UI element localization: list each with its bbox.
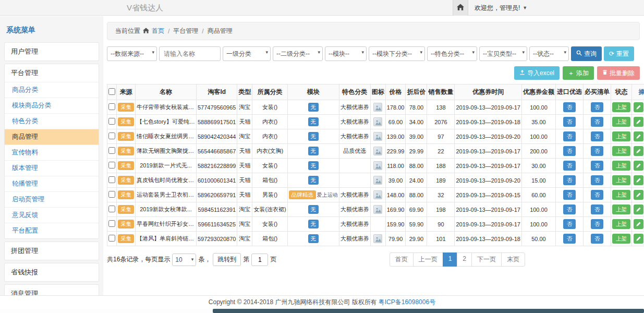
import-select-toggle[interactable]: 否 — [563, 146, 576, 156]
home-button[interactable] — [453, 0, 468, 16]
edit-button[interactable] — [634, 190, 643, 200]
edit-button[interactable] — [634, 219, 643, 229]
row-checkbox[interactable] — [108, 118, 115, 125]
module-filter[interactable]: --模块-- — [325, 46, 367, 61]
sidebar-item[interactable]: 特色分类 — [5, 113, 99, 129]
status-button[interactable]: 上架 — [612, 161, 630, 171]
import-select-toggle[interactable]: 否 — [563, 175, 576, 185]
status-button[interactable]: 上架 — [612, 175, 630, 185]
edit-button[interactable] — [634, 204, 643, 214]
sidebar-item[interactable]: 宣传物料 — [5, 145, 99, 160]
coupon-time: 2019-09-13—2019-09-18 — [455, 115, 522, 129]
level1-category-filter[interactable]: 一级分类 — [223, 46, 271, 61]
sidebar-item[interactable]: 省钱快报 — [5, 263, 99, 281]
page-button[interactable]: 1 — [443, 252, 458, 267]
sidebar-item[interactable]: 启动页管理 — [5, 191, 99, 207]
must-buy-toggle[interactable]: 否 — [591, 146, 604, 156]
status-button[interactable]: 上架 — [612, 131, 630, 141]
must-buy-toggle[interactable]: 否 — [591, 175, 604, 185]
must-buy-toggle[interactable]: 否 — [591, 190, 604, 200]
sidebar-item[interactable]: 拼团管理 — [5, 242, 99, 260]
sidebar-item[interactable]: 平台配置 — [5, 223, 99, 238]
user-menu[interactable]: 欢迎您，管理员! ▼ — [468, 0, 533, 16]
import-select-toggle[interactable]: 否 — [563, 131, 576, 141]
must-buy-toggle[interactable]: 否 — [591, 204, 604, 214]
jump-page-input[interactable] — [251, 254, 268, 266]
import-excel-button[interactable]: 导入excel — [514, 66, 560, 80]
product-thumbnail — [373, 103, 382, 112]
row-checkbox[interactable] — [108, 206, 115, 212]
import-select-toggle[interactable]: 否 — [563, 190, 576, 200]
must-buy-toggle[interactable]: 否 — [591, 131, 604, 141]
status-button[interactable]: 上架 — [612, 219, 630, 229]
scrollbar-thumb[interactable] — [213, 309, 644, 313]
status-button[interactable]: 上架 — [612, 146, 630, 156]
row-checkbox[interactable] — [108, 235, 115, 242]
must-buy-toggle[interactable]: 否 — [591, 117, 604, 127]
row-checkbox[interactable] — [108, 176, 115, 183]
import-select-toggle[interactable]: 否 — [563, 219, 576, 229]
feature-category-filter[interactable]: --特色分类-- — [427, 46, 477, 61]
status-button[interactable]: 上架 — [612, 234, 630, 244]
row-checkbox[interactable] — [108, 147, 115, 154]
jump-button[interactable]: 跳转到 — [213, 253, 241, 266]
status-button[interactable]: 上架 — [612, 204, 630, 214]
breadcrumb-item: 平台管理 — [173, 27, 198, 35]
status-filter[interactable]: --状态-- — [529, 46, 569, 61]
sidebar-item[interactable]: 平台管理 — [5, 64, 99, 82]
sidebar-item[interactable]: 用户管理 — [5, 43, 99, 61]
status-button[interactable]: 上架 — [612, 102, 630, 112]
icon-cell — [370, 217, 385, 232]
status-button[interactable]: 上架 — [612, 190, 630, 200]
row-checkbox[interactable] — [108, 133, 115, 139]
row-checkbox[interactable] — [108, 220, 115, 227]
edit-button[interactable] — [634, 161, 643, 171]
page-size-select[interactable]: 10 — [172, 254, 196, 266]
sidebar-item[interactable]: 意见反馈 — [5, 207, 99, 223]
import-select-toggle[interactable]: 否 — [563, 234, 576, 244]
sidebar-item[interactable]: 轮播管理 — [5, 176, 99, 191]
breadcrumb-home-link[interactable]: 首页 — [152, 27, 164, 35]
page-button[interactable]: 上一页 — [413, 252, 443, 267]
import-select-toggle[interactable]: 否 — [563, 102, 576, 112]
sidebar-item[interactable]: 版本管理 — [5, 160, 99, 176]
edit-button[interactable] — [634, 175, 643, 185]
column-header: 进口优选 — [555, 85, 583, 100]
product-type: 天猫 — [237, 159, 252, 173]
sidebar-item[interactable]: 商品管理 — [5, 129, 99, 145]
import-select-toggle[interactable]: 否 — [563, 161, 576, 171]
select-all-checkbox[interactable] — [108, 88, 115, 95]
row-checkbox[interactable] — [108, 162, 115, 168]
page-button[interactable]: 首页 — [390, 252, 414, 267]
import-select-toggle[interactable]: 否 — [563, 204, 576, 214]
reset-button[interactable]: ⟳ 重置 — [604, 46, 634, 61]
must-buy-toggle[interactable]: 否 — [591, 161, 604, 171]
add-button[interactable]: ＋ 添加 — [563, 66, 594, 80]
sidebar-item[interactable]: 商品分类 — [5, 82, 99, 98]
sales-count: 188 — [427, 159, 455, 173]
icp-link[interactable]: 粤ICP备16098006号 — [379, 298, 435, 307]
must-buy-toggle[interactable]: 否 — [591, 219, 604, 229]
must-buy-toggle[interactable]: 否 — [591, 234, 604, 244]
edit-button[interactable] — [634, 234, 643, 244]
page-button[interactable]: 2 — [457, 252, 472, 267]
edit-button[interactable] — [634, 117, 643, 127]
import-select-toggle[interactable]: 否 — [563, 117, 576, 127]
item-type-filter[interactable]: --宝贝类型-- — [479, 46, 527, 61]
level2-category-filter[interactable]: --二级分类-- — [273, 46, 323, 61]
name-search-input[interactable] — [159, 46, 221, 61]
edit-button[interactable] — [634, 102, 643, 112]
must-buy-toggle[interactable]: 否 — [591, 102, 604, 112]
sidebar-item[interactable]: 模块商品分类 — [5, 98, 99, 113]
row-checkbox[interactable] — [108, 191, 115, 198]
search-button[interactable]: 查询 — [571, 46, 602, 61]
source-filter[interactable]: --数据来源-- — [107, 46, 157, 61]
batch-delete-button[interactable]: 批量删除 — [597, 66, 640, 80]
edit-button[interactable] — [634, 131, 643, 141]
status-button[interactable]: 上架 — [612, 117, 630, 127]
edit-button[interactable] — [634, 146, 643, 156]
page-button[interactable]: 末页 — [501, 252, 525, 267]
page-button[interactable]: 下一页 — [471, 252, 502, 267]
row-checkbox[interactable] — [108, 103, 115, 110]
module-sub-filter[interactable]: --模块下分类-- — [369, 46, 425, 61]
